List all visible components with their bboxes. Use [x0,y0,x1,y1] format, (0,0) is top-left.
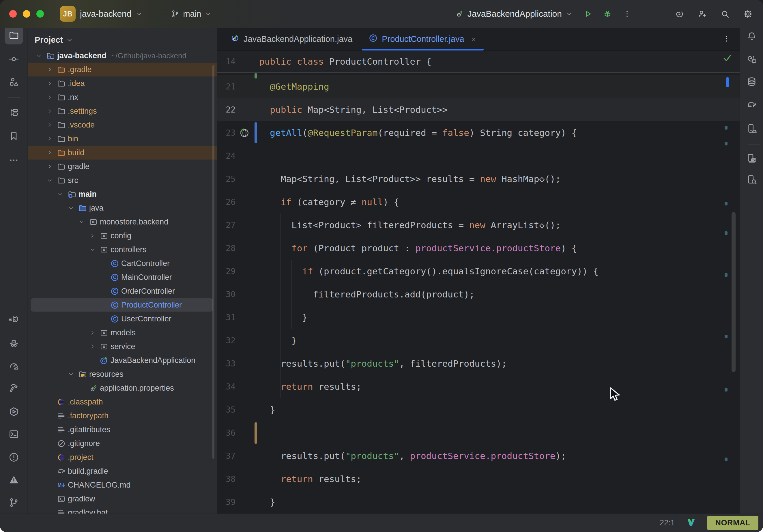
chevron-down-icon[interactable] [89,246,100,253]
cat-button[interactable] [5,310,23,329]
project-scrollbar[interactable] [212,65,214,459]
code-line-22[interactable]: 22 public Map<String, List<Product>> [217,98,740,121]
line-number-27[interactable]: 27 [217,220,236,230]
project-button[interactable] [5,26,23,45]
tree-item-models[interactable]: models [28,326,217,340]
gradle-button[interactable] [742,95,761,114]
running-devices-button[interactable] [742,149,761,167]
line-number-38[interactable]: 38 [217,474,236,484]
inspections-ok-icon[interactable] [722,53,732,64]
problems-button[interactable] [5,448,23,467]
project-selector[interactable]: JB java-backend [60,6,143,22]
chevron-right-icon[interactable] [46,149,57,156]
code-line-38[interactable]: 38 return results; [217,468,740,490]
close-tab-icon[interactable] [470,36,477,43]
tree-item-.project[interactable]: .project [28,450,217,464]
tree-item-bin[interactable]: bin [28,132,217,146]
device-manager-button[interactable] [742,119,761,138]
sticky-line-14[interactable]: 14public class ProductController { [217,51,740,73]
code-line-24[interactable]: 24 [217,144,740,167]
code-line-25[interactable]: 25 Map<String, List<Product>> results = … [217,167,740,190]
tree-item-.gitignore[interactable]: .gitignore [28,437,217,450]
modified-lines-marker[interactable] [255,122,257,143]
chevron-right-icon[interactable] [89,343,100,350]
tree-item-resources[interactable]: resources [28,367,217,381]
code-line-29[interactable]: 29 if (product.getCategory().equalsIgnor… [217,260,740,283]
line-number-35[interactable]: 35 [217,405,236,415]
tree-item-MainController[interactable]: CMainController [28,270,217,284]
tab-javabackendapplication[interactable]: JavaBackendApplication.java [222,28,361,51]
debug-button[interactable] [603,10,612,18]
line-number-36[interactable]: 36 [217,428,236,438]
code-line-34[interactable]: 34 return results; [217,375,740,398]
chevron-right-icon[interactable] [46,94,57,101]
whitespace-change-marker[interactable] [255,422,257,444]
chevron-right-icon[interactable] [89,232,100,239]
chevron-right-icon[interactable] [46,122,57,128]
tree-item-gradlew.bat[interactable]: gradlew.bat [28,506,217,513]
structure-button[interactable] [5,73,23,91]
database-button[interactable] [742,72,761,91]
line-number-33[interactable]: 33 [217,359,236,369]
code-line-30[interactable]: 30 filteredProducts.add(product); [217,283,740,306]
rest-endpoint-icon[interactable] [239,128,250,139]
code-line-28[interactable]: 28 for (Product product : productService… [217,237,740,260]
line-number-26[interactable]: 26 [217,197,236,207]
incognito-button[interactable] [5,334,23,352]
chevron-down-icon[interactable] [36,52,46,59]
tree-item-.gradle[interactable]: .gradle [28,62,217,76]
chevron-right-icon[interactable] [46,135,57,142]
code-content[interactable]: 21 @GetMapping22 public Map<String, List… [217,75,740,513]
tree-item-src[interactable]: src [28,173,217,187]
line-number-30[interactable]: 30 [217,290,236,299]
ai-assistant-icon[interactable] [675,9,684,19]
chevron-down-icon[interactable] [57,191,67,198]
tree-item-monostore.backend[interactable]: monostore.backend [28,215,217,229]
project-panel-header[interactable]: Project [28,28,217,49]
caret-position[interactable]: 22:1 [660,518,675,527]
chevron-right-icon[interactable] [46,108,57,115]
tree-item-CHANGELOG.md[interactable]: MCHANGELOG.md [28,478,217,492]
tree-item-gradle[interactable]: gradle [28,160,217,173]
tree-item-config[interactable]: config [28,229,217,243]
line-number-29[interactable]: 29 [217,266,236,276]
more-button[interactable] [5,151,23,169]
code-line-35[interactable]: 35 } [217,398,740,421]
tree-item-build.gradle[interactable]: build.gradle [28,464,217,478]
line-number-22[interactable]: 22 [217,105,236,115]
line-number-14[interactable]: 14 [217,57,236,66]
tree-item-build[interactable]: build [28,146,217,160]
tree-item-java-backend[interactable]: java-backend~/Github/java-backend [28,49,217,62]
line-number-25[interactable]: 25 [217,174,236,184]
commit-button[interactable] [5,50,23,68]
chevron-down-icon[interactable] [67,205,78,211]
tab-options-icon[interactable] [722,34,731,44]
vim-mode-badge[interactable]: NORMAL [707,516,758,530]
build-button[interactable] [5,379,23,397]
tab-productcontroller[interactable]: C ProductController.java [361,28,485,51]
chevron-down-icon[interactable] [46,177,57,184]
code-line-39[interactable]: 39 } [217,490,740,513]
tree-item-.settings[interactable]: .settings [28,104,217,118]
line-number-32[interactable]: 32 [217,336,236,345]
tree-item-service[interactable]: service [28,340,217,354]
code-line-21[interactable]: 21 @GetMapping [217,75,740,98]
ai-assistant-button[interactable] [742,50,761,68]
git-branch-button[interactable] [5,493,23,512]
tree-item-.idea[interactable]: .idea [28,76,217,90]
tree-item-controllers[interactable]: controllers [28,243,217,257]
close-window-button[interactable] [9,10,17,18]
tree-item-java[interactable]: java [28,201,217,215]
line-number-28[interactable]: 28 [217,244,236,253]
added-lines-marker[interactable] [255,73,257,78]
line-number-34[interactable]: 34 [217,382,236,391]
line-number-31[interactable]: 31 [217,313,236,322]
run-button[interactable] [584,10,592,18]
add-user-icon[interactable] [698,9,707,19]
code-line-33[interactable]: 33 results.put("products", filteredProdu… [217,352,740,375]
code-line-23[interactable]: 23 getAll(@RequestParam(required = false… [217,121,740,144]
code-line-37[interactable]: 37 results.put("products", productServic… [217,444,740,468]
chevron-right-icon[interactable] [46,163,57,170]
profiler-button[interactable] [5,356,23,375]
tree-item-ProductController[interactable]: CProductController [28,298,217,312]
